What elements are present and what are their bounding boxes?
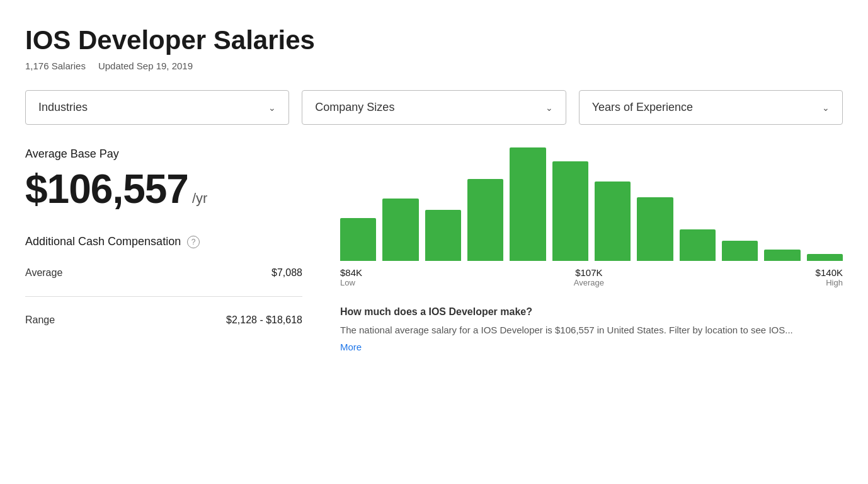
chart-container: $84K Low $107K Average $140K High	[340, 147, 843, 287]
cash-comp-section: Additional Cash Compensation ? Average $…	[25, 235, 302, 335]
chart-label-high: $140K High	[816, 267, 843, 287]
salary-amount: $106,557	[25, 166, 188, 212]
description-text: The national average salary for a IOS De…	[340, 323, 843, 338]
chart-bar	[552, 161, 588, 261]
chart-bar	[722, 241, 758, 261]
chart-label-average: $107K Average	[574, 267, 604, 287]
chart-bar	[637, 197, 673, 261]
chart-bar	[595, 182, 631, 261]
divider	[25, 296, 302, 297]
chevron-down-icon: ⌄	[822, 103, 830, 113]
comp-row: Average $7,088	[25, 258, 302, 287]
chart-label-low: $84K Low	[340, 267, 362, 287]
salary-display: $106,557 /yr	[25, 166, 302, 212]
more-link[interactable]: More	[340, 342, 362, 352]
chart-bar	[425, 210, 461, 261]
comp-label: Average	[25, 267, 62, 279]
chart-avg-desc: Average	[574, 278, 604, 287]
description-title: How much does a IOS Developer make?	[340, 306, 843, 318]
updated-date: Updated Sep 19, 2019	[98, 60, 193, 71]
filter-label-years-of-experience: Years of Experience	[592, 101, 693, 114]
filters-row: Industries ⌄ Company Sizes ⌄ Years of Ex…	[25, 90, 843, 125]
comp-label: Range	[25, 314, 55, 326]
chart-bar	[807, 254, 843, 261]
left-panel: Average Base Pay $106,557 /yr Additional…	[25, 147, 302, 353]
chart-avg-value: $107K	[574, 267, 604, 278]
cash-comp-header: Additional Cash Compensation ?	[25, 235, 302, 248]
chart-low-desc: Low	[340, 278, 362, 287]
filter-label-company-sizes: Company Sizes	[315, 101, 394, 114]
comp-value: $7,088	[271, 267, 302, 279]
filter-dropdown-years-of-experience[interactable]: Years of Experience ⌄	[579, 90, 843, 125]
comp-row: Range $2,128 - $18,618	[25, 306, 302, 335]
description-section: How much does a IOS Developer make? The …	[340, 306, 843, 353]
right-panel: $84K Low $107K Average $140K High How mu…	[340, 147, 843, 353]
chart-labels: $84K Low $107K Average $140K High	[340, 267, 843, 287]
chart-high-value: $140K	[816, 267, 843, 278]
chart-bar	[382, 199, 418, 261]
chart-bar	[467, 179, 503, 261]
bars-wrapper	[340, 147, 843, 261]
salary-count: 1,176 Salaries	[25, 60, 86, 71]
chart-bar	[340, 218, 376, 261]
chevron-down-icon: ⌄	[545, 103, 553, 113]
filter-dropdown-industries[interactable]: Industries ⌄	[25, 90, 289, 125]
comp-value: $2,128 - $18,618	[226, 314, 302, 326]
chart-bar	[764, 250, 800, 261]
main-content: Average Base Pay $106,557 /yr Additional…	[25, 147, 843, 353]
chart-bar	[510, 147, 545, 261]
chart-high-desc: High	[816, 278, 843, 287]
salary-period: /yr	[192, 190, 207, 207]
chevron-down-icon: ⌄	[268, 103, 276, 113]
subtitle-row: 1,176 Salaries Updated Sep 19, 2019	[25, 60, 843, 71]
help-icon[interactable]: ?	[187, 236, 200, 248]
filter-label-industries: Industries	[38, 101, 88, 114]
page-title: IOS Developer Salaries	[25, 25, 843, 55]
chart-bar	[680, 229, 716, 261]
chart-low-value: $84K	[340, 267, 362, 278]
filter-dropdown-company-sizes[interactable]: Company Sizes ⌄	[302, 90, 566, 125]
cash-comp-title: Additional Cash Compensation	[25, 235, 181, 248]
avg-base-label: Average Base Pay	[25, 147, 302, 161]
